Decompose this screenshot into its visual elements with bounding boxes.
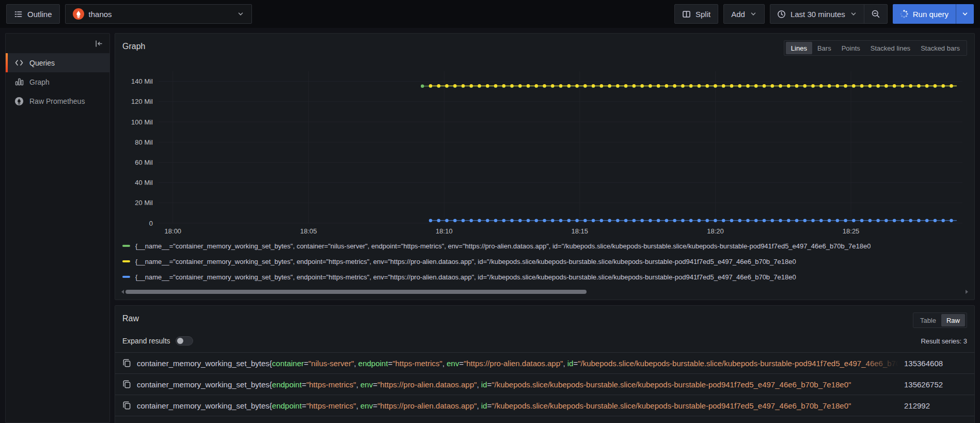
series-label: {__name__="container_memory_working_set_… bbox=[135, 258, 796, 265]
series-label: {__name__="container_memory_working_set_… bbox=[135, 242, 871, 250]
time-range-picker[interactable]: Last 30 minutes bbox=[770, 5, 864, 23]
svg-text:18:00: 18:00 bbox=[165, 227, 182, 235]
raw-result-row: container_memory_working_set_bytes{endpo… bbox=[115, 395, 974, 416]
split-button[interactable]: Split bbox=[674, 4, 718, 24]
sidebar-item-queries[interactable]: Queries bbox=[6, 53, 109, 72]
raw-panel-header: Raw Table Raw bbox=[115, 306, 974, 328]
explore-sidebar: Queries Graph Raw Prometheus bbox=[5, 33, 110, 423]
run-query-caret[interactable] bbox=[956, 4, 974, 24]
sidebar-item-raw-prometheus[interactable]: Raw Prometheus bbox=[6, 91, 109, 111]
chart-legend: {__name__="container_memory_working_set_… bbox=[122, 238, 969, 285]
explore-toolbar: Outline thanos Split Add bbox=[0, 0, 980, 28]
svg-text:18:10: 18:10 bbox=[436, 227, 453, 235]
svg-text:140 Mil: 140 Mil bbox=[131, 77, 153, 85]
sidebar-item-label: Raw Prometheus bbox=[29, 97, 85, 105]
time-series-chart[interactable]: 020 Mil40 Mil60 Mil80 Mil100 Mil120 Mil1… bbox=[116, 61, 975, 236]
raw-view-table[interactable]: Table bbox=[915, 314, 941, 326]
graph-style-lines[interactable]: Lines bbox=[786, 42, 812, 54]
chevron-down-icon bbox=[750, 10, 757, 18]
add-button[interactable]: Add bbox=[723, 4, 765, 24]
scroll-left-arrow-icon[interactable] bbox=[121, 290, 124, 294]
legend-item[interactable]: {__name__="container_memory_working_set_… bbox=[122, 269, 969, 285]
graph-style-bars[interactable]: Bars bbox=[812, 42, 836, 54]
zoom-out-button[interactable] bbox=[864, 5, 887, 23]
metric-value: 135364608 bbox=[904, 359, 967, 368]
prometheus-gray-icon bbox=[14, 97, 24, 106]
legend-item[interactable]: {__name__="container_memory_working_set_… bbox=[122, 238, 969, 254]
raw-results-list: container_memory_working_set_bytes{conta… bbox=[115, 352, 974, 416]
sidebar-item-label: Queries bbox=[29, 59, 55, 67]
split-label: Split bbox=[696, 10, 710, 19]
svg-text:100 Mil: 100 Mil bbox=[131, 118, 153, 126]
svg-text:120 Mil: 120 Mil bbox=[131, 98, 153, 105]
copy-icon[interactable] bbox=[122, 401, 131, 410]
graph-panel: Graph Lines Bars Points Stacked lines St… bbox=[115, 33, 975, 300]
sidebar-item-graph[interactable]: Graph bbox=[6, 72, 109, 91]
expand-results-label: Expand results bbox=[122, 337, 170, 345]
series-color-swatch bbox=[122, 245, 130, 247]
svg-text:60 Mil: 60 Mil bbox=[135, 159, 153, 166]
metric-value: 135626752 bbox=[904, 380, 967, 389]
series-color-swatch bbox=[122, 260, 130, 262]
outline-label: Outline bbox=[27, 10, 52, 19]
metric-expression[interactable]: container_memory_working_set_bytes{conta… bbox=[137, 359, 898, 368]
svg-text:80 Mil: 80 Mil bbox=[135, 138, 153, 146]
metric-expression[interactable]: container_memory_working_set_bytes{endpo… bbox=[137, 380, 898, 389]
sidebar-item-label: Graph bbox=[29, 78, 50, 86]
clock-icon bbox=[777, 10, 786, 19]
graph-style-stacked-bars[interactable]: Stacked bars bbox=[915, 42, 965, 54]
raw-panel-title: Raw bbox=[122, 312, 139, 323]
datasource-picker[interactable]: thanos bbox=[65, 4, 252, 24]
series-color-swatch bbox=[122, 276, 130, 278]
zoom-out-icon bbox=[871, 9, 880, 19]
raw-result-row: container_memory_working_set_bytes{endpo… bbox=[115, 374, 974, 395]
series-label: {__name__="container_memory_working_set_… bbox=[135, 273, 796, 281]
graph-style-stacked-lines[interactable]: Stacked lines bbox=[865, 42, 915, 54]
graph-style-toggle: Lines Bars Points Stacked lines Stacked … bbox=[784, 40, 967, 56]
graph-style-points[interactable]: Points bbox=[836, 42, 865, 54]
copy-icon[interactable] bbox=[122, 358, 131, 368]
outline-button[interactable]: Outline bbox=[6, 4, 60, 24]
raw-view-toggle: Table Raw bbox=[913, 312, 967, 328]
svg-text:18:25: 18:25 bbox=[843, 227, 860, 235]
result-series-count: Result series: 3 bbox=[921, 337, 967, 345]
toggle-knob bbox=[177, 338, 183, 344]
datasource-name: thanos bbox=[89, 10, 112, 19]
svg-text:18:20: 18:20 bbox=[707, 227, 724, 235]
code-brackets-icon bbox=[14, 59, 24, 67]
raw-result-row: container_memory_working_set_bytes{conta… bbox=[115, 353, 974, 374]
svg-text:18:15: 18:15 bbox=[572, 227, 589, 235]
raw-panel: Raw Table Raw Expand results Result seri… bbox=[115, 305, 975, 423]
svg-text:40 Mil: 40 Mil bbox=[135, 179, 153, 186]
metric-expression[interactable]: container_memory_working_set_bytes{endpo… bbox=[137, 401, 898, 410]
raw-options-row: Expand results Result series: 3 bbox=[115, 336, 974, 346]
outline-icon bbox=[14, 10, 23, 19]
graph-panel-title: Graph bbox=[122, 40, 145, 51]
add-label: Add bbox=[731, 10, 745, 19]
bar-chart-icon bbox=[14, 77, 24, 86]
sidebar-header bbox=[6, 34, 109, 53]
prometheus-icon bbox=[73, 8, 84, 20]
collapse-pane-button[interactable] bbox=[93, 38, 104, 49]
metric-value: 212992 bbox=[904, 401, 967, 410]
scrollbar-track[interactable] bbox=[125, 290, 964, 294]
svg-text:20 Mil: 20 Mil bbox=[135, 199, 153, 207]
chevron-down-icon bbox=[850, 10, 857, 18]
legend-item[interactable]: {__name__="container_memory_working_set_… bbox=[122, 254, 969, 269]
run-query-button[interactable]: Run query bbox=[893, 4, 974, 24]
copy-icon[interactable] bbox=[122, 380, 131, 389]
graph-panel-header: Graph Lines Bars Points Stacked lines St… bbox=[115, 34, 974, 56]
split-icon bbox=[682, 10, 691, 19]
expand-results-toggle[interactable] bbox=[176, 336, 193, 346]
chevron-down-icon bbox=[237, 10, 244, 18]
svg-text:18:05: 18:05 bbox=[300, 227, 317, 235]
raw-view-raw[interactable]: Raw bbox=[941, 314, 965, 326]
scroll-right-arrow-icon[interactable] bbox=[966, 290, 968, 294]
time-range-label: Last 30 minutes bbox=[791, 10, 845, 19]
run-query-label: Run query bbox=[913, 10, 949, 19]
legend-horizontal-scrollbar[interactable] bbox=[121, 289, 968, 294]
loading-spinner-icon bbox=[900, 10, 908, 18]
scrollbar-thumb[interactable] bbox=[125, 290, 587, 294]
time-picker-group: Last 30 minutes bbox=[770, 4, 888, 24]
svg-text:0: 0 bbox=[149, 220, 153, 227]
